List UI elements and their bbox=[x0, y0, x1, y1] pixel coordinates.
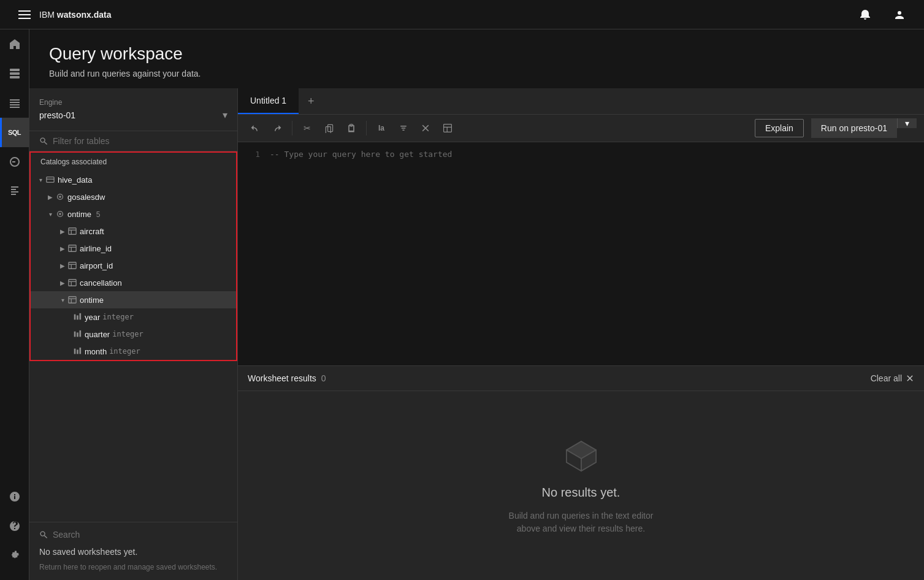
svg-rect-38 bbox=[80, 348, 82, 354]
table-icon bbox=[67, 226, 77, 236]
column-month: month integer bbox=[31, 343, 236, 360]
tree-item-ontime-table[interactable]: ▾ ontime bbox=[31, 291, 236, 308]
table-view-button[interactable] bbox=[438, 118, 457, 138]
svg-rect-2 bbox=[18, 18, 31, 19]
results-count: 0 bbox=[321, 373, 326, 383]
sidebar-item-home[interactable] bbox=[0, 29, 29, 59]
chevron-right-icon: ▶ bbox=[58, 261, 67, 270]
left-panel: Engine presto-01 ▾ Catalogs associated ▾ bbox=[29, 88, 238, 580]
sidebar-item-info[interactable] bbox=[0, 482, 29, 511]
explain-button[interactable]: Explain bbox=[755, 119, 804, 137]
sidebar-item-settings[interactable] bbox=[0, 541, 29, 570]
year-col-name: year bbox=[85, 313, 100, 322]
quarter-col-type: integer bbox=[112, 330, 143, 338]
worksheets-empty-title: No saved worksheets yet. bbox=[39, 547, 227, 557]
svg-point-14 bbox=[59, 213, 61, 215]
user-profile-button[interactable] bbox=[885, 0, 914, 29]
page-title: Query workspace bbox=[49, 44, 904, 64]
editor-area[interactable]: 1 -- Type your query here to get started bbox=[238, 142, 924, 365]
cancellation-label: cancellation bbox=[80, 278, 122, 288]
tree-item-airline-id[interactable]: ▶ airline_id bbox=[31, 240, 236, 257]
filter-section bbox=[29, 131, 237, 151]
svg-point-39 bbox=[40, 532, 45, 536]
svg-rect-24 bbox=[69, 280, 76, 286]
svg-rect-27 bbox=[69, 297, 76, 303]
svg-rect-43 bbox=[444, 124, 452, 132]
column-icon bbox=[72, 346, 82, 356]
engine-value: presto-01 bbox=[39, 110, 75, 120]
sidebar-item-reports[interactable] bbox=[0, 177, 29, 206]
svg-rect-30 bbox=[74, 315, 76, 320]
search-icon bbox=[39, 137, 48, 145]
tree-item-aircraft[interactable]: ▶ aircraft bbox=[31, 223, 236, 240]
engine-label: Engine bbox=[39, 98, 227, 107]
cut-button[interactable]: ✂ bbox=[297, 118, 317, 138]
paste-button[interactable] bbox=[342, 118, 361, 138]
copy-button[interactable] bbox=[319, 118, 339, 138]
sidebar-item-help[interactable] bbox=[0, 511, 29, 541]
worksheets-section: No saved worksheets yet. Return here to … bbox=[29, 522, 237, 580]
tab-untitled-1[interactable]: Untitled 1 bbox=[238, 88, 299, 114]
svg-rect-32 bbox=[80, 313, 82, 320]
tree-item-gosalesdw[interactable]: ▶ gosalesdw bbox=[31, 188, 236, 205]
engine-select[interactable]: presto-01 ▾ bbox=[39, 109, 227, 121]
engine-section: Engine presto-01 ▾ bbox=[29, 88, 237, 131]
svg-rect-6 bbox=[10, 76, 20, 78]
editor-content: 1 -- Type your query here to get started bbox=[238, 142, 924, 365]
sidebar-item-sql[interactable]: SQL bbox=[0, 118, 29, 147]
chevron-right-icon: ▶ bbox=[58, 226, 67, 236]
svg-rect-18 bbox=[69, 245, 76, 252]
clear-all-button[interactable]: Clear all bbox=[871, 373, 914, 383]
airline-id-label: airline_id bbox=[80, 244, 112, 253]
svg-rect-34 bbox=[77, 332, 78, 337]
tree-item-airport-id[interactable]: ▶ airport_id bbox=[31, 257, 236, 274]
table-icon bbox=[67, 261, 77, 270]
format-button[interactable] bbox=[394, 118, 413, 138]
tree-item-hive-data[interactable]: ▾ hive_data bbox=[31, 171, 236, 188]
tree-item-schema-ontime[interactable]: ▾ ontime 5 bbox=[31, 205, 236, 223]
results-empty-state: No results yet. Build and run queries in… bbox=[238, 391, 924, 580]
month-col-type: integer bbox=[109, 347, 140, 356]
page-subtitle: Build and run queries against your data. bbox=[49, 69, 904, 78]
schema-icon bbox=[55, 192, 65, 202]
tabs-bar: Untitled 1 + bbox=[238, 88, 924, 115]
find-button[interactable]: Ia bbox=[372, 118, 391, 138]
sidebar-item-history[interactable] bbox=[0, 147, 29, 177]
redo-button[interactable] bbox=[267, 118, 287, 138]
worksheets-search-input[interactable] bbox=[53, 530, 227, 540]
catalogs-associated-label: Catalogs associated bbox=[31, 153, 236, 171]
svg-line-8 bbox=[44, 142, 47, 144]
chevron-right-icon: ▶ bbox=[58, 278, 67, 288]
page-header: Query workspace Build and run queries ag… bbox=[29, 29, 924, 88]
sidebar-item-data[interactable] bbox=[0, 59, 29, 88]
ontime-schema-label: ontime 5 bbox=[67, 210, 100, 219]
svg-rect-9 bbox=[47, 177, 54, 183]
cube-icon bbox=[562, 437, 601, 476]
notifications-button[interactable] bbox=[850, 0, 880, 29]
sidebar-item-table[interactable] bbox=[0, 88, 29, 118]
svg-rect-1 bbox=[18, 14, 31, 15]
run-button[interactable]: Run on presto-01 bbox=[811, 118, 897, 138]
ontime-table-label: ontime bbox=[80, 296, 104, 305]
worksheets-empty-desc: Return here to reopen and manage saved w… bbox=[39, 562, 227, 573]
sidebar-nav: SQL bbox=[0, 29, 29, 580]
menu-button[interactable] bbox=[10, 9, 39, 21]
filter-tables-input[interactable] bbox=[53, 136, 227, 146]
editor-toolbar: ✂ Ia Explain bbox=[238, 115, 924, 142]
run-button-group: Run on presto-01 ▾ bbox=[811, 118, 917, 138]
tree-item-cancellation[interactable]: ▶ cancellation bbox=[31, 274, 236, 291]
close-icon bbox=[906, 374, 914, 383]
svg-rect-35 bbox=[80, 330, 82, 337]
schema-icon bbox=[55, 209, 65, 219]
svg-rect-31 bbox=[77, 315, 78, 319]
add-tab-button[interactable]: + bbox=[299, 89, 323, 113]
results-empty-desc: Build and run queries in the text editor… bbox=[509, 509, 654, 535]
svg-point-3 bbox=[898, 11, 901, 15]
column-quarter: quarter integer bbox=[31, 326, 236, 343]
column-year: year integer bbox=[31, 308, 236, 326]
run-dropdown-button[interactable]: ▾ bbox=[897, 118, 917, 128]
topbar-actions bbox=[850, 0, 914, 29]
undo-button[interactable] bbox=[245, 118, 265, 138]
svg-rect-4 bbox=[10, 69, 20, 71]
clear-editor-button[interactable] bbox=[416, 118, 435, 138]
